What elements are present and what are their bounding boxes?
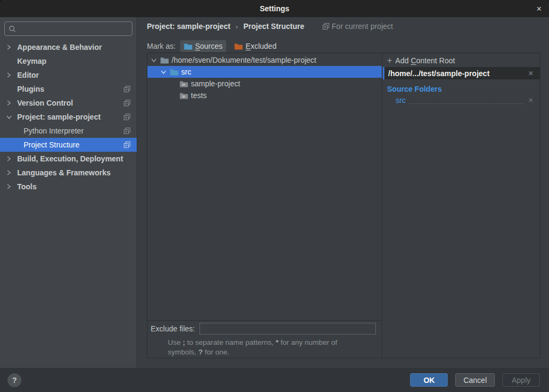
source-folders-title: Source Folders <box>387 85 540 93</box>
sidebar-item-plugins[interactable]: Plugins <box>0 82 137 96</box>
source-folder-row[interactable]: src ✕ <box>396 94 533 106</box>
sidebar-item-editor[interactable]: Editor <box>0 68 137 82</box>
tree-row-sample-project[interactable]: sample-project <box>147 78 382 90</box>
chevron-right-icon <box>6 45 17 50</box>
breadcrumb: Project: sample-project › Project Struct… <box>147 22 393 31</box>
folder-icon <box>180 92 188 99</box>
tree-row-content-root[interactable]: /home/sven/Dokumente/test/sample-project <box>147 54 382 66</box>
settings-search[interactable] <box>4 21 132 36</box>
add-content-root-button[interactable]: + Add Content Root <box>383 54 540 67</box>
per-project-icon <box>124 114 130 120</box>
sidebar-item-build-execution-deployment[interactable]: Build, Execution, Deployment <box>0 152 137 166</box>
directory-tree: /home/sven/Dokumente/test/sample-project… <box>147 53 382 321</box>
sidebar-item-keymap[interactable]: Keymap <box>0 54 137 68</box>
help-button[interactable]: ? <box>8 373 21 387</box>
sidebar-item-project-sample-project[interactable]: Project: sample-project <box>0 110 137 124</box>
dotted-leader <box>409 97 525 103</box>
remove-content-root-icon[interactable]: ✕ <box>528 70 533 77</box>
content-roots-column: + Add Content Root /home/.../test/sample… <box>383 53 540 358</box>
main-panel: Project: sample-project › Project Struct… <box>138 17 549 368</box>
tree-label: sample-project <box>191 79 240 88</box>
settings-sidebar: Appearance & Behavior Keymap Editor Plug… <box>0 17 137 368</box>
titlebar: Settings ✕ <box>0 0 549 17</box>
per-project-icon <box>124 142 130 148</box>
ok-button[interactable]: OK <box>410 373 448 387</box>
sidebar-item-project-structure[interactable]: Project Structure <box>0 138 137 152</box>
search-icon <box>9 25 16 33</box>
search-input[interactable] <box>19 25 128 33</box>
chevron-down-icon[interactable] <box>151 58 158 63</box>
tree-label: src <box>181 68 191 76</box>
chevron-right-icon <box>6 72 17 78</box>
mark-sources-button[interactable]: Sources <box>180 40 226 52</box>
mark-as-label: Mark as: <box>147 42 176 50</box>
remove-source-folder-icon[interactable]: ✕ <box>528 97 533 104</box>
mark-excluded-button[interactable]: Excluded <box>231 40 280 52</box>
excluded-folder-icon <box>234 43 243 50</box>
exclude-files-help: Use ; to separate name patterns, * for a… <box>168 338 355 357</box>
window-title: Settings <box>259 4 289 13</box>
source-folder-icon <box>170 69 179 76</box>
settings-dialog: Settings ✕ Appearance & Behavior Keymap … <box>0 0 549 392</box>
per-project-icon <box>124 86 130 92</box>
tree-row-src[interactable]: src <box>147 66 382 78</box>
folder-icon <box>160 57 169 64</box>
chevron-right-icon <box>6 156 17 161</box>
exclude-files-input[interactable] <box>199 323 376 335</box>
dialog-footer: ? OK Cancel Apply <box>0 368 549 392</box>
apply-button[interactable]: Apply <box>502 373 540 387</box>
tree-column: /home/sven/Dokumente/test/sample-project… <box>147 53 382 358</box>
settings-nav: Appearance & Behavior Keymap Editor Plug… <box>0 40 137 194</box>
sources-folder-icon <box>184 43 192 50</box>
chevron-down-icon[interactable] <box>6 115 17 120</box>
chevron-right-icon <box>6 100 17 106</box>
breadcrumb-project[interactable]: Project: sample-project <box>147 22 231 31</box>
tree-row-tests[interactable]: tests <box>147 90 382 101</box>
chevron-down-icon[interactable] <box>161 70 167 75</box>
exclude-files-section: Exclude files: Use ; to separate name pa… <box>147 321 382 358</box>
cancel-button[interactable]: Cancel <box>455 373 495 387</box>
tree-label: /home/sven/Dokumente/test/sample-project <box>172 56 316 64</box>
content-root-row[interactable]: /home/.../test/sample-project ✕ <box>383 67 540 79</box>
mark-as-toolbar: Mark as: Sources Excluded <box>147 39 280 53</box>
source-folder-name: src <box>396 96 406 105</box>
breadcrumb-separator-icon: › <box>236 23 238 31</box>
content-root-path: /home/.../test/sample-project <box>388 69 489 78</box>
sidebar-item-version-control[interactable]: Version Control <box>0 96 137 110</box>
folder-icon <box>180 80 188 87</box>
breadcrumb-page: Project Structure <box>243 22 305 31</box>
tree-label: tests <box>191 91 207 100</box>
chevron-right-icon <box>6 170 17 175</box>
window-close-icon[interactable]: ✕ <box>536 0 542 17</box>
chevron-right-icon <box>6 184 17 189</box>
sidebar-item-languages-frameworks[interactable]: Languages & Frameworks <box>0 166 137 180</box>
scope-label: For current project <box>332 22 393 31</box>
per-project-icon <box>323 23 329 29</box>
sidebar-item-appearance-behavior[interactable]: Appearance & Behavior <box>0 40 137 54</box>
exclude-files-label: Exclude files: <box>151 324 195 333</box>
per-project-icon <box>124 128 130 134</box>
structure-frame: /home/sven/Dokumente/test/sample-project… <box>147 53 540 358</box>
per-project-icon <box>124 100 130 106</box>
plus-icon: + <box>387 56 392 65</box>
scope-note: For current project <box>323 22 393 31</box>
sidebar-item-python-interpreter[interactable]: Python Interpreter <box>0 124 137 138</box>
sidebar-item-tools[interactable]: Tools <box>0 180 137 194</box>
